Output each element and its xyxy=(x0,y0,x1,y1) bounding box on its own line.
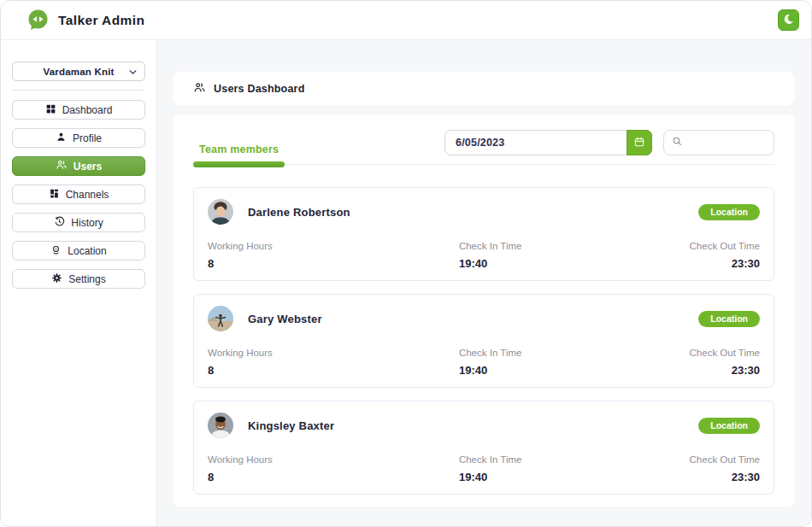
check-in-value: 19:40 xyxy=(459,364,690,377)
location-button[interactable]: Location xyxy=(698,311,760,327)
check-in-stat: Check In Time 19:40 xyxy=(459,348,690,377)
tab-label: Team members xyxy=(193,143,285,155)
workspace-selected-label: Vardaman Knit xyxy=(43,67,114,77)
check-in-value: 19:40 xyxy=(459,471,690,483)
main-content: Users Dashboard Team members xyxy=(157,40,811,526)
active-tab-indicator xyxy=(193,161,285,167)
working-hours-label: Working Hours xyxy=(208,454,459,465)
check-in-stat: Check In Time 19:40 xyxy=(459,454,690,483)
member-card: Kingsley Baxter Location Working Hours 8… xyxy=(193,401,774,495)
check-in-label: Check In Time xyxy=(459,454,690,465)
panel-header: Team members xyxy=(193,114,774,165)
sidebar-divider xyxy=(13,90,144,91)
sidebar-item-label: Dashboard xyxy=(62,104,113,116)
check-out-label: Check Out Time xyxy=(690,241,760,251)
check-out-stat: Check Out Time 23:30 xyxy=(690,241,760,270)
avatar xyxy=(208,306,233,331)
working-hours-value: 8 xyxy=(208,364,459,377)
talker-logo-icon xyxy=(26,9,50,32)
sidebar: Vardaman Knit Dashboard xyxy=(1,40,157,526)
profile-icon xyxy=(56,132,67,145)
top-header: Talker Admin xyxy=(1,1,811,40)
card-top-row: Kingsley Baxter Location xyxy=(208,413,760,438)
member-card-list: Darlene Robertson Location Working Hours… xyxy=(193,187,774,495)
card-stats-row: Working Hours 8 Check In Time 19:40 Chec… xyxy=(208,241,760,270)
sidebar-item-label: History xyxy=(71,217,103,229)
member-card: Darlene Robertson Location Working Hours… xyxy=(193,187,774,281)
check-out-value: 23:30 xyxy=(690,257,760,270)
card-top-row: Gary Webster Location xyxy=(208,306,760,331)
calendar-button[interactable] xyxy=(627,130,652,155)
users-icon xyxy=(193,81,206,97)
check-out-stat: Check Out Time 23:30 xyxy=(690,348,760,377)
check-in-value: 19:40 xyxy=(459,257,690,270)
card-top-row: Darlene Robertson Location xyxy=(208,199,760,225)
sidebar-item-channels[interactable]: Channels xyxy=(12,184,145,204)
member-name: Darlene Robertson xyxy=(248,206,350,219)
settings-icon xyxy=(51,272,62,286)
theme-toggle-button[interactable] xyxy=(778,9,799,31)
check-out-label: Check Out Time xyxy=(690,454,760,465)
history-icon xyxy=(54,216,65,230)
date-input[interactable] xyxy=(445,131,621,155)
workspace-select[interactable]: Vardaman Knit xyxy=(12,61,145,81)
panel-controls xyxy=(444,130,774,155)
sidebar-item-label: Channels xyxy=(66,189,109,201)
sidebar-item-dashboard[interactable]: Dashboard xyxy=(12,100,145,120)
check-out-value: 23:30 xyxy=(690,364,760,377)
users-panel: Team members xyxy=(173,114,795,507)
sidebar-item-history[interactable]: History xyxy=(12,213,145,232)
app-window: Talker Admin Vardaman Knit xyxy=(0,0,812,527)
sidebar-item-settings[interactable]: Settings xyxy=(12,269,145,289)
sidebar-item-users[interactable]: Users xyxy=(12,156,145,176)
check-out-value: 23:30 xyxy=(690,471,760,483)
card-stats-row: Working Hours 8 Check In Time 19:40 Chec… xyxy=(208,348,760,377)
working-hours-stat: Working Hours 8 xyxy=(208,241,459,270)
sidebar-item-location[interactable]: Location xyxy=(12,241,145,261)
sidebar-item-profile[interactable]: Profile xyxy=(12,128,145,148)
location-button[interactable]: Location xyxy=(698,418,760,434)
sidebar-item-label: Profile xyxy=(73,132,102,144)
check-in-stat: Check In Time 19:40 xyxy=(459,241,690,270)
working-hours-value: 8 xyxy=(208,257,459,270)
users-icon xyxy=(56,159,68,173)
location-icon xyxy=(50,244,62,258)
search-input[interactable] xyxy=(688,137,767,149)
page-title-bar: Users Dashboard xyxy=(173,72,795,106)
check-out-stat: Check Out Time 23:30 xyxy=(690,454,760,483)
check-in-label: Check In Time xyxy=(459,241,690,251)
working-hours-stat: Working Hours 8 xyxy=(208,454,459,483)
page-title: Users Dashboard xyxy=(214,83,305,95)
moon-icon xyxy=(782,13,795,28)
dashboard-icon xyxy=(45,103,56,117)
check-out-label: Check Out Time xyxy=(690,348,760,358)
member-card: Gary Webster Location Working Hours 8 Ch… xyxy=(193,294,774,388)
date-field xyxy=(444,130,652,155)
channels-icon xyxy=(49,188,60,202)
working-hours-label: Working Hours xyxy=(208,348,459,358)
member-name: Kingsley Baxter xyxy=(248,419,334,432)
check-in-label: Check In Time xyxy=(459,348,690,358)
working-hours-value: 8 xyxy=(208,471,459,483)
working-hours-label: Working Hours xyxy=(208,241,459,251)
calendar-icon xyxy=(633,136,645,150)
tab-team-members[interactable]: Team members xyxy=(193,143,285,167)
search-icon xyxy=(671,135,683,150)
search-field xyxy=(663,130,774,155)
sidebar-item-label: Users xyxy=(74,161,102,173)
app-title: Talker Admin xyxy=(58,13,144,28)
card-stats-row: Working Hours 8 Check In Time 19:40 Chec… xyxy=(208,454,760,483)
working-hours-stat: Working Hours 8 xyxy=(208,348,459,377)
avatar xyxy=(208,199,233,225)
member-name: Gary Webster xyxy=(248,313,322,325)
sidebar-item-label: Settings xyxy=(68,273,105,285)
avatar xyxy=(208,413,233,438)
sidebar-item-label: Location xyxy=(68,245,106,257)
location-button[interactable]: Location xyxy=(698,204,760,220)
